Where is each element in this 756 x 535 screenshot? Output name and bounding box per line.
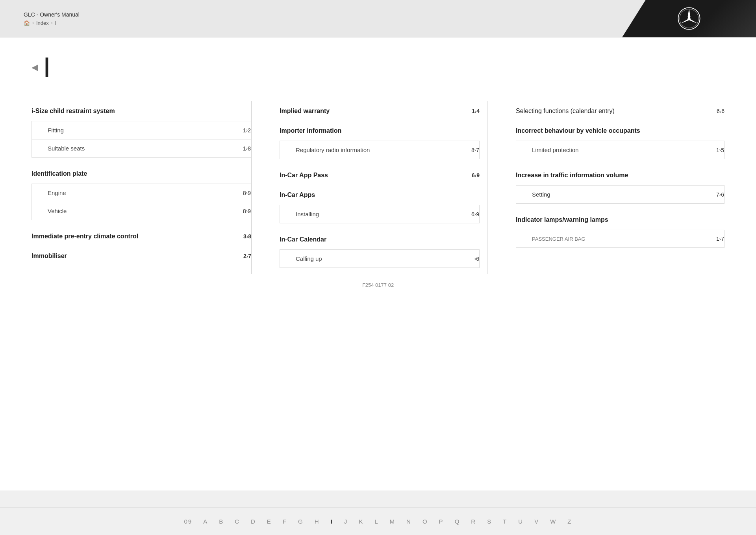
- section-label-id-plate: Identification plate: [32, 170, 87, 177]
- section-label-in-car-apps: In-Car Apps: [280, 191, 315, 199]
- section-label-importer-info: Importer information: [280, 127, 341, 134]
- prev-page-arrow[interactable]: ◀: [32, 62, 38, 72]
- alpha-B[interactable]: B: [219, 518, 224, 525]
- page-vehicle: 8›9: [243, 208, 251, 214]
- home-icon[interactable]: 🏠: [24, 20, 30, 26]
- alpha-O[interactable]: O: [422, 518, 428, 525]
- page-letter-row: ◀ I: [32, 53, 724, 82]
- alpha-E[interactable]: E: [267, 518, 272, 525]
- sub-label-calling-up: Calling up: [296, 255, 322, 262]
- alpha-W[interactable]: W: [550, 518, 556, 525]
- subsection-in-car-apps: Installing 6›9: [280, 205, 480, 223]
- manual-title: GLC - Owner's Manual: [24, 11, 80, 18]
- sub-suitable-seats[interactable]: Suitable seats 1›8: [32, 139, 251, 157]
- alpha-C[interactable]: C: [235, 518, 240, 525]
- page-passenger-air-bag: 1›7: [716, 236, 724, 242]
- section-increase-traffic: Increase in traffic information volume S…: [516, 165, 724, 204]
- sub-passenger-air-bag[interactable]: PASSENGER AIR BAG 1›7: [516, 230, 724, 247]
- section-main-indicator-lamps[interactable]: Indicator lamps/warning lamps: [516, 210, 724, 228]
- alphabet-nav: 09 A B C D E F G H I J K L M N O P Q R S…: [0, 507, 756, 535]
- section-main-id-plate[interactable]: Identification plate: [32, 164, 251, 182]
- alpha-I[interactable]: I: [331, 518, 333, 525]
- doc-footer: F254 0177 02: [32, 274, 724, 320]
- sub-regulatory-radio[interactable]: Regulatory radio information 8›7: [280, 141, 479, 159]
- alpha-U[interactable]: U: [518, 518, 523, 525]
- page-immobiliser: 2›7: [243, 253, 251, 259]
- section-label-incorrect-behaviour: Incorrect behaviour by vehicle occupants: [516, 127, 640, 134]
- section-label-implied-warranty: Implied warranty: [280, 108, 330, 115]
- section-main-in-car-app-pass[interactable]: In-Car App Pass 6›9: [280, 165, 480, 184]
- breadcrumb-index[interactable]: Index: [36, 20, 49, 26]
- section-label-in-car-app-pass: In-Car App Pass: [280, 172, 328, 179]
- alpha-S[interactable]: S: [487, 518, 492, 525]
- section-main-importer-info[interactable]: Importer information: [280, 121, 480, 139]
- breadcrumb-current: I: [55, 20, 57, 26]
- breadcrumb-sep-2: ›: [51, 20, 53, 26]
- section-main-in-car-calendar[interactable]: In-Car Calendar: [280, 230, 480, 248]
- sub-label-installing: Installing: [296, 211, 319, 217]
- subsection-indicator-lamps: PASSENGER AIR BAG 1›7: [516, 230, 724, 248]
- section-importer-info: Importer information Regulatory radio in…: [280, 121, 480, 159]
- header: GLC - Owner's Manual 🏠 › Index › I: [0, 0, 756, 37]
- sub-engine[interactable]: Engine 8›9: [32, 184, 251, 202]
- alpha-L[interactable]: L: [374, 518, 378, 525]
- alpha-09[interactable]: 09: [184, 518, 192, 525]
- page-immediate-climate: 3›8: [243, 233, 251, 240]
- section-id-plate: Identification plate Engine 8›9 Vehicle …: [32, 164, 251, 220]
- alpha-F[interactable]: F: [283, 518, 287, 525]
- sub-installing[interactable]: Installing 6›9: [280, 205, 479, 223]
- alpha-G[interactable]: G: [298, 518, 304, 525]
- alpha-V[interactable]: V: [534, 518, 539, 525]
- alpha-P[interactable]: P: [439, 518, 444, 525]
- section-label-selecting-functions: Selecting functions (calendar entry): [516, 108, 615, 115]
- section-main-immediate-climate[interactable]: Immediate pre-entry climate control 3›8: [32, 227, 251, 245]
- alpha-J[interactable]: J: [344, 518, 348, 525]
- alpha-M[interactable]: M: [390, 518, 396, 525]
- section-indicator-lamps: Indicator lamps/warning lamps PASSENGER …: [516, 210, 724, 248]
- sub-vehicle[interactable]: Vehicle 8›9: [32, 202, 251, 220]
- breadcrumb-sep-1: ›: [32, 20, 34, 26]
- page-implied-warranty: 1›4: [472, 108, 480, 114]
- sub-fitting[interactable]: Fitting 1›2: [32, 121, 251, 139]
- section-main-selecting-functions[interactable]: Selecting functions (calendar entry) 6›6: [516, 101, 724, 119]
- sub-label-limited-protection: Limited protection: [532, 147, 578, 153]
- alpha-A[interactable]: A: [203, 518, 208, 525]
- section-main-implied-warranty[interactable]: Implied warranty 1›4: [280, 101, 480, 119]
- section-in-car-apps: In-Car Apps Installing 6›9: [280, 185, 480, 223]
- sub-setting[interactable]: Setting 7›6: [516, 186, 724, 203]
- alpha-K[interactable]: K: [359, 518, 363, 525]
- sub-label-regulatory-radio: Regulatory radio information: [296, 147, 370, 153]
- section-main-i-size[interactable]: i-Size child restraint system: [32, 101, 251, 119]
- sub-label-engine: Engine: [48, 189, 66, 196]
- alpha-Z[interactable]: Z: [567, 518, 572, 525]
- section-selecting-functions: Selecting functions (calendar entry) 6›6: [516, 101, 724, 119]
- section-in-car-calendar: In-Car Calendar Calling up ›6: [280, 230, 480, 268]
- alpha-H[interactable]: H: [315, 518, 320, 525]
- section-label-increase-traffic: Increase in traffic information volume: [516, 172, 628, 179]
- sub-calling-up[interactable]: Calling up ›6: [280, 250, 479, 268]
- section-main-incorrect-behaviour[interactable]: Incorrect behaviour by vehicle occupants: [516, 121, 724, 139]
- section-label-indicator-lamps: Indicator lamps/warning lamps: [516, 216, 608, 223]
- alpha-N[interactable]: N: [406, 518, 411, 525]
- alpha-Q[interactable]: Q: [455, 518, 460, 525]
- svg-marker-4: [689, 19, 698, 24]
- sub-limited-protection[interactable]: Limited protection 1›5: [516, 141, 724, 159]
- section-main-immobiliser[interactable]: Immobiliser 2›7: [32, 246, 251, 264]
- svg-marker-2: [689, 9, 691, 19]
- page-suitable-seats: 1›8: [243, 145, 251, 152]
- section-main-increase-traffic[interactable]: Increase in traffic information volume: [516, 165, 724, 184]
- header-left: GLC - Owner's Manual 🏠 › Index › I: [24, 11, 80, 26]
- page-in-car-app-pass: 6›9: [472, 172, 480, 178]
- index-column-3: Selecting functions (calendar entry) 6›6…: [504, 101, 724, 274]
- sub-label-vehicle: Vehicle: [48, 208, 67, 214]
- section-immobiliser: Immobiliser 2›7: [32, 246, 251, 264]
- section-label-in-car-calendar: In-Car Calendar: [280, 236, 326, 243]
- alpha-T[interactable]: T: [503, 518, 507, 525]
- section-main-in-car-apps[interactable]: In-Car Apps: [280, 185, 480, 203]
- page-regulatory-radio: 8›7: [471, 147, 479, 153]
- subsection-increase-traffic: Setting 7›6: [516, 185, 724, 204]
- subsection-in-car-calendar: Calling up ›6: [280, 249, 480, 268]
- alpha-D[interactable]: D: [251, 518, 256, 525]
- doc-number: F254 0177 02: [362, 282, 394, 288]
- alpha-R[interactable]: R: [471, 518, 476, 525]
